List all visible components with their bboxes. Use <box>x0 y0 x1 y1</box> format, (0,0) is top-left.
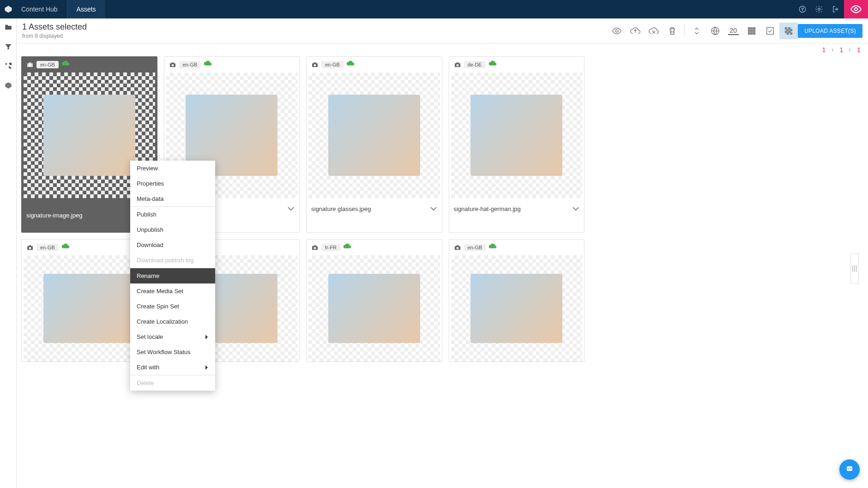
svg-point-2 <box>818 8 820 11</box>
top-header: Content Hub Assets ? <box>0 0 868 18</box>
nav-tab-assets[interactable]: Assets <box>67 0 105 18</box>
gear-icon[interactable] <box>811 0 827 18</box>
svg-point-3 <box>855 8 858 11</box>
logout-icon[interactable] <box>827 0 844 18</box>
app-name: Content Hub <box>17 0 67 18</box>
help-icon[interactable]: ? <box>794 0 811 18</box>
app-logo[interactable] <box>0 0 17 18</box>
preview-eye-button[interactable] <box>844 0 868 18</box>
svg-text:?: ? <box>801 7 803 12</box>
